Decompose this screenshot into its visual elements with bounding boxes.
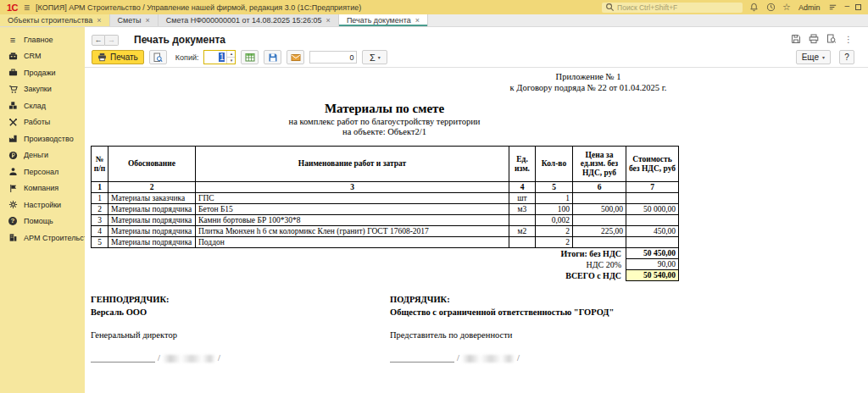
history-clock-icon[interactable] (765, 2, 776, 13)
print-icon[interactable] (809, 34, 819, 44)
sidebar-item-help[interactable]: ? Помощь (0, 213, 85, 230)
cell[interactable]: 225,00 (573, 226, 626, 237)
main-menu-icon[interactable]: ≡ (24, 3, 30, 12)
search-input[interactable] (617, 3, 736, 12)
close-icon[interactable]: × (326, 16, 331, 25)
cell[interactable] (626, 237, 679, 248)
tab-estimate-document[interactable]: Смета НФ000000001 от 14.08.2025 15:26:05… (159, 14, 339, 26)
cell[interactable] (626, 215, 679, 226)
cell[interactable]: Бетон Б15 (196, 204, 509, 215)
cell[interactable]: Материалы подрядчика (108, 226, 196, 237)
cell[interactable]: 5 (92, 237, 108, 248)
sidebar-item-crm[interactable]: CRM (0, 48, 85, 65)
col-header[interactable]: Ед. изм. (509, 147, 536, 182)
cell[interactable]: 5 (536, 182, 573, 193)
total-value[interactable]: 50 450,00 (626, 248, 679, 259)
cell[interactable]: 100 (536, 204, 573, 215)
output-table-button[interactable] (241, 50, 259, 64)
cell[interactable]: 1 (92, 193, 108, 204)
cell[interactable]: м3 (509, 204, 536, 215)
cell[interactable]: 1 (536, 193, 573, 204)
print-button[interactable]: Печать (92, 50, 144, 64)
cell[interactable]: Поддон (196, 237, 509, 248)
cell[interactable]: 6 (573, 182, 626, 193)
user-menu[interactable]: Admin (798, 3, 821, 12)
cell[interactable]: 0,002 (536, 215, 573, 226)
more-dots-icon[interactable]: ⋮ (844, 35, 853, 44)
notifications-bell-icon[interactable] (748, 2, 760, 13)
more-button[interactable]: Еще ▾ (796, 50, 831, 64)
sum-sigma-button[interactable]: Σ ▾ (362, 50, 387, 64)
close-icon[interactable]: × (415, 16, 420, 25)
cell[interactable]: Материалы подрядчика (108, 204, 196, 215)
sidebar-item-arm-construction[interactable]: АРМ Строительство (0, 230, 85, 246)
cell[interactable] (626, 193, 679, 204)
sidebar-item-sales[interactable]: Продажи (0, 64, 85, 81)
col-header[interactable]: Обоснование (108, 147, 196, 182)
send-email-button[interactable] (287, 50, 304, 64)
cell[interactable]: 3 (196, 182, 509, 193)
cell[interactable]: шт (509, 193, 536, 204)
cell[interactable] (509, 215, 536, 226)
restore-window-button[interactable] (855, 4, 861, 10)
sidebar-item-main[interactable]: ≡ Главное (0, 31, 85, 48)
cell[interactable]: 2 (92, 204, 108, 215)
cell[interactable]: 4 (92, 226, 108, 237)
materials-table[interactable]: № п/п Обоснование Наименование работ и з… (91, 146, 679, 281)
sidebar-item-settings[interactable]: Настройки (0, 196, 85, 213)
spin-up-icon[interactable]: ▴ (227, 51, 235, 58)
back-button[interactable]: ← (92, 35, 105, 46)
cell[interactable]: Плитка Мюнхен h 6 см колормикс Клен (гра… (196, 226, 509, 237)
col-header[interactable]: Цена за ед.изм. без НДС, руб (573, 147, 626, 182)
cell[interactable]: Камни бортовые БР 100*30*8 (196, 215, 509, 226)
vat-value[interactable]: 90,00 (626, 259, 679, 270)
cell[interactable] (573, 193, 626, 204)
spreadsheet-document[interactable]: Приложение № 1 к Договору подряда № 22 о… (85, 68, 868, 363)
cell[interactable]: Материалы подрядчика (108, 237, 196, 248)
cell[interactable]: Материалы подрядчика (108, 215, 196, 226)
cell[interactable]: 50 000,00 (626, 204, 679, 215)
sidebar-item-production[interactable]: Производство (0, 130, 85, 147)
sidebar-item-money[interactable]: Деньги (0, 147, 85, 164)
close-icon[interactable]: × (146, 16, 150, 25)
tab-estimates[interactable]: Сметы × (110, 14, 159, 26)
preview-button[interactable] (149, 50, 167, 64)
service-menu-icon[interactable] (827, 2, 838, 13)
cell[interactable]: 3 (92, 215, 108, 226)
cell[interactable]: Материалы заказчика (108, 193, 196, 204)
cell[interactable] (573, 237, 626, 248)
cell[interactable]: 450,00 (626, 226, 679, 237)
grand-total-value[interactable]: 50 540,00 (626, 270, 679, 281)
col-header[interactable]: Кол-во (536, 147, 573, 182)
sidebar-item-works[interactable]: Работы (0, 114, 85, 131)
global-search[interactable] (602, 3, 743, 13)
sidebar-item-personnel[interactable]: Персонал (0, 163, 85, 180)
cell[interactable]: ГПС (196, 193, 509, 204)
col-header[interactable]: Наименование работ и затрат (196, 147, 509, 182)
favorites-star-icon[interactable]: ☆ (782, 3, 791, 12)
close-icon[interactable]: × (97, 16, 101, 25)
forward-button[interactable]: → (105, 35, 119, 46)
cell[interactable]: 500,00 (573, 204, 626, 215)
cell[interactable]: м2 (509, 226, 536, 237)
cell[interactable]: 2 (536, 237, 573, 248)
cell[interactable]: 2 (536, 226, 573, 237)
sum-display-field[interactable]: 0 (309, 51, 357, 64)
sidebar-item-purchases[interactable]: Закупки (0, 81, 85, 98)
col-header[interactable]: Стоимость без НДС, руб (626, 147, 679, 182)
cell[interactable]: 1 (92, 182, 108, 193)
cell[interactable]: 2 (108, 182, 196, 193)
tab-objects-construction[interactable]: Объекты строительства × (0, 14, 110, 26)
minimize-button[interactable]: – (844, 1, 849, 10)
col-header[interactable]: № п/п (92, 147, 108, 182)
sidebar-item-company[interactable]: Компания (0, 180, 85, 197)
cell[interactable]: 4 (509, 182, 536, 193)
cell[interactable] (509, 237, 536, 248)
preview-icon[interactable] (826, 34, 837, 44)
cell[interactable] (573, 215, 626, 226)
tab-print-document[interactable]: Печать документа × (339, 14, 428, 26)
help-button[interactable]: ? (839, 50, 854, 64)
save-file-button[interactable] (264, 50, 281, 64)
copies-stepper[interactable]: 1 ▴▾ (203, 50, 236, 64)
sidebar-item-warehouse[interactable]: Склад (0, 97, 85, 114)
